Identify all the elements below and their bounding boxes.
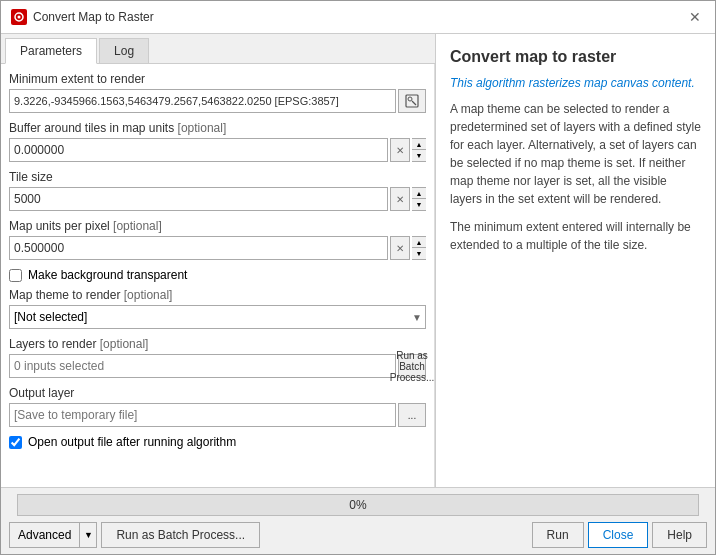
map-units-spinner-up[interactable]: ▲ [412, 237, 426, 248]
advanced-button-group: Advanced ▼ [9, 522, 97, 548]
map-icon [405, 94, 419, 108]
help-title: Convert map to raster [450, 48, 701, 66]
background-checkbox[interactable] [9, 269, 22, 282]
buffer-spinner-up[interactable]: ▲ [412, 139, 426, 150]
extent-input-row [9, 89, 426, 113]
bottom-bar: 0% Advanced ▼ Run as Batch Process... Ru… [1, 487, 715, 554]
map-theme-group: Map theme to render [optional] [Not sele… [9, 288, 426, 329]
tile-size-spinner-down[interactable]: ▼ [412, 199, 426, 210]
qgis-icon [11, 9, 27, 25]
layers-group: Layers to render [optional] Run as Batch… [9, 337, 426, 378]
title-bar: Convert Map to Raster ✕ [1, 1, 715, 34]
tile-size-label: Tile size [9, 170, 426, 184]
extent-map-button[interactable] [398, 89, 426, 113]
run-button[interactable]: Run [532, 522, 584, 548]
help-button[interactable]: Help [652, 522, 707, 548]
params-content: Minimum extent to render [1, 64, 435, 487]
open-output-label[interactable]: Open output file after running algorithm [28, 435, 236, 449]
browse-icon: ... [408, 410, 416, 421]
tile-size-input[interactable] [9, 187, 388, 211]
background-label[interactable]: Make background transparent [28, 268, 187, 282]
map-theme-label: Map theme to render [optional] [9, 288, 426, 302]
output-input-row: ... [9, 403, 426, 427]
output-input[interactable] [9, 403, 396, 427]
buffer-spinner: ▲ ▼ [412, 138, 426, 162]
clear-icon: ✕ [396, 145, 404, 156]
help-para2: The minimum extent entered will internal… [450, 218, 701, 254]
progress-label: 0% [349, 498, 366, 512]
layers-input-row: Run as Batch Process... [9, 354, 426, 378]
dialog: Convert Map to Raster ✕ Parameters Log M… [0, 0, 716, 555]
run-as-batch-button[interactable]: Run as Batch Process... [101, 522, 260, 548]
right-buttons: Run Close Help [532, 522, 707, 548]
browse-icon: Run as Batch Process... [390, 350, 434, 383]
extent-input[interactable] [9, 89, 396, 113]
svg-point-1 [18, 16, 21, 19]
extent-group: Minimum extent to render [9, 72, 426, 113]
progress-bar: 0% [17, 494, 699, 516]
open-output-row: Open output file after running algorithm [9, 435, 426, 449]
map-units-clear-button[interactable]: ✕ [390, 236, 410, 260]
clear-icon: ✕ [396, 243, 404, 254]
dialog-title: Convert Map to Raster [33, 10, 154, 24]
buffer-label: Buffer around tiles in map units [option… [9, 121, 426, 135]
layers-label: Layers to render [optional] [9, 337, 426, 351]
map-units-spinner-down[interactable]: ▼ [412, 248, 426, 259]
title-bar-left: Convert Map to Raster [11, 9, 154, 25]
advanced-dropdown-button[interactable]: ▼ [79, 522, 97, 548]
svg-point-3 [408, 97, 412, 101]
map-units-input-row: ✕ ▲ ▼ [9, 236, 426, 260]
help-subtitle: This algorithm rasterizes map canvas con… [450, 76, 701, 90]
map-units-label: Map units per pixel [optional] [9, 219, 426, 233]
tile-size-clear-button[interactable]: ✕ [390, 187, 410, 211]
buffer-clear-button[interactable]: ✕ [390, 138, 410, 162]
map-units-spinner: ▲ ▼ [412, 236, 426, 260]
output-label: Output layer [9, 386, 426, 400]
left-panel: Parameters Log Minimum extent to render [1, 34, 436, 487]
map-units-group: Map units per pixel [optional] ✕ ▲ ▼ [9, 219, 426, 260]
help-para1: A map theme can be selected to render a … [450, 100, 701, 208]
buffer-input-row: ✕ ▲ ▼ [9, 138, 426, 162]
close-dialog-button[interactable]: Close [588, 522, 649, 548]
clear-icon: ✕ [396, 194, 404, 205]
output-browse-button[interactable]: ... [398, 403, 426, 427]
tile-size-group: Tile size ✕ ▲ ▼ [9, 170, 426, 211]
buffer-spinner-down[interactable]: ▼ [412, 150, 426, 161]
tab-parameters[interactable]: Parameters [5, 38, 97, 64]
buffer-input[interactable] [9, 138, 388, 162]
advanced-button[interactable]: Advanced [9, 522, 79, 548]
layers-input[interactable] [9, 354, 396, 378]
map-units-input[interactable] [9, 236, 388, 260]
chevron-down-icon: ▼ [84, 530, 93, 540]
tile-size-input-row: ✕ ▲ ▼ [9, 187, 426, 211]
output-group: Output layer ... [9, 386, 426, 427]
background-row: Make background transparent [9, 268, 426, 282]
map-theme-select[interactable]: [Not selected] [9, 305, 426, 329]
tab-log[interactable]: Log [99, 38, 149, 63]
main-content: Parameters Log Minimum extent to render [1, 34, 715, 487]
tabs: Parameters Log [1, 34, 435, 64]
close-button[interactable]: ✕ [685, 7, 705, 27]
layers-browse-button[interactable]: Run as Batch Process... [398, 354, 426, 378]
left-buttons: Advanced ▼ Run as Batch Process... [9, 522, 260, 548]
buttons-row: Advanced ▼ Run as Batch Process... Run C… [9, 522, 707, 548]
map-theme-select-wrapper: [Not selected] ▼ [9, 305, 426, 329]
tile-size-spinner-up[interactable]: ▲ [412, 188, 426, 199]
right-panel: Convert map to raster This algorithm ras… [436, 34, 715, 487]
open-output-checkbox[interactable] [9, 436, 22, 449]
tile-size-spinner: ▲ ▼ [412, 187, 426, 211]
buffer-group: Buffer around tiles in map units [option… [9, 121, 426, 162]
extent-label: Minimum extent to render [9, 72, 426, 86]
